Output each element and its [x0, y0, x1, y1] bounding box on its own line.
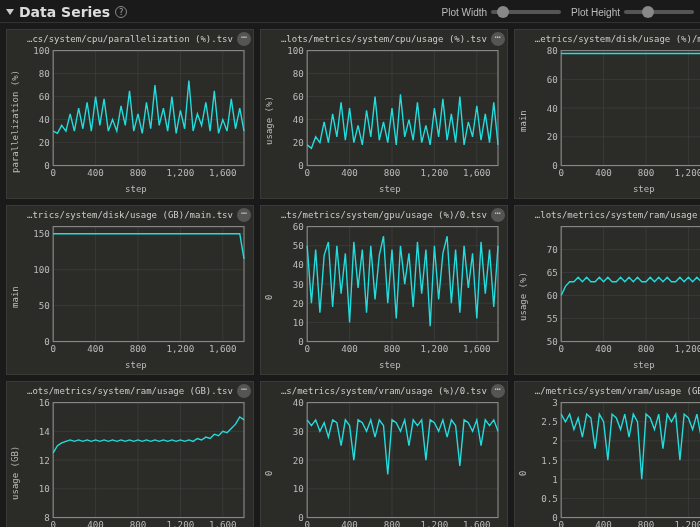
svg-text:100: 100: [33, 264, 50, 275]
chart-svg[interactable]: 04008001,2001,600020406080100: [275, 46, 505, 184]
y-axis-label: usage (%): [263, 46, 275, 196]
help-icon[interactable]: ?: [115, 6, 127, 18]
svg-text:800: 800: [638, 519, 655, 527]
svg-text:0: 0: [44, 160, 50, 171]
svg-text:1,600: 1,600: [209, 167, 237, 178]
chart-title: …cs/system/cpu/parallelization (%).tsv: [9, 34, 251, 46]
x-axis-label: step: [529, 360, 700, 372]
svg-text:3: 3: [552, 398, 558, 408]
svg-text:400: 400: [595, 167, 612, 178]
svg-text:10: 10: [293, 483, 304, 494]
y-axis-label: main: [9, 222, 21, 372]
chart-svg[interactable]: 04008001,2001,600010203040: [275, 398, 505, 527]
svg-text:0: 0: [304, 343, 310, 354]
y-axis-label: main: [517, 46, 529, 196]
svg-text:40: 40: [293, 259, 304, 270]
y-axis-label: 0: [517, 398, 529, 527]
svg-text:55: 55: [546, 313, 557, 324]
data-series-line: [307, 236, 498, 326]
svg-text:40: 40: [39, 114, 50, 125]
svg-text:20: 20: [293, 137, 304, 148]
chart-title: …etrics/system/disk/usage (%)/main.tsv: [517, 34, 700, 46]
y-axis-label: usage (GB): [9, 398, 21, 527]
svg-text:16: 16: [39, 398, 50, 408]
svg-text:1,200: 1,200: [420, 167, 448, 178]
svg-text:1,600: 1,600: [463, 519, 491, 527]
panel-menu-button[interactable]: ⋯: [491, 32, 505, 46]
chart-svg[interactable]: 04008001,2001,6005055606570: [529, 222, 700, 360]
y-axis-label: 0: [263, 222, 275, 372]
svg-text:800: 800: [384, 519, 401, 527]
svg-text:80: 80: [546, 46, 557, 56]
panel-menu-button[interactable]: ⋯: [237, 32, 251, 46]
svg-text:1,200: 1,200: [167, 519, 195, 527]
chart-svg[interactable]: 04008001,2001,60000.511.522.53: [529, 398, 700, 527]
plot-height-label: Plot Height: [571, 7, 620, 18]
chart-title: …lots/metrics/system/cpu/usage (%).tsv: [263, 34, 505, 46]
chart-title: …/metrics/system/vram/usage (GB)/0.tsv: [517, 386, 700, 398]
chart-svg[interactable]: 04008001,2001,600020406080100: [21, 46, 251, 184]
svg-text:70: 70: [546, 244, 557, 255]
collapse-caret-icon[interactable]: [6, 9, 14, 15]
svg-text:60: 60: [293, 222, 304, 232]
svg-text:80: 80: [39, 68, 50, 79]
chart-panel: …s/metrics/system/vram/usage (%)/0.tsv⋯0…: [260, 381, 508, 527]
svg-text:400: 400: [87, 167, 104, 178]
svg-text:20: 20: [293, 298, 304, 309]
plot-height-slider[interactable]: [624, 10, 694, 14]
svg-text:60: 60: [546, 290, 557, 301]
panel-menu-button[interactable]: ⋯: [237, 208, 251, 222]
chart-title: …lots/metrics/system/ram/usage (%).tsv: [517, 210, 700, 222]
svg-text:400: 400: [595, 519, 612, 527]
chart-svg[interactable]: 04008001,2001,600020406080: [529, 46, 700, 184]
svg-text:10: 10: [293, 317, 304, 328]
svg-text:0: 0: [552, 160, 558, 171]
plot-width-slider[interactable]: [491, 10, 561, 14]
data-series-line: [53, 80, 244, 133]
chart-svg[interactable]: 04008001,2001,6000102030405060: [275, 222, 505, 360]
x-axis-label: step: [529, 184, 700, 196]
svg-text:800: 800: [130, 167, 147, 178]
svg-text:20: 20: [293, 454, 304, 465]
svg-text:30: 30: [293, 278, 304, 289]
svg-text:800: 800: [384, 343, 401, 354]
svg-text:40: 40: [293, 398, 304, 408]
svg-text:0: 0: [50, 167, 56, 178]
panel-menu-button[interactable]: ⋯: [237, 384, 251, 398]
svg-text:50: 50: [293, 240, 304, 251]
chart-svg[interactable]: 04008001,2001,600810121416: [21, 398, 251, 527]
svg-text:0: 0: [298, 512, 304, 523]
panel-menu-button[interactable]: ⋯: [491, 384, 505, 398]
svg-text:0: 0: [50, 343, 56, 354]
data-series-line: [307, 94, 498, 148]
svg-text:800: 800: [638, 343, 655, 354]
svg-text:400: 400: [341, 343, 358, 354]
svg-text:400: 400: [341, 519, 358, 527]
y-axis-label: usage (%): [517, 222, 529, 372]
chart-panel: …trics/system/disk/usage (GB)/main.tsv⋯m…: [6, 205, 254, 375]
chart-panel: …etrics/system/disk/usage (%)/main.tsv⋯m…: [514, 29, 700, 199]
svg-text:20: 20: [39, 137, 50, 148]
svg-text:1,600: 1,600: [209, 519, 237, 527]
y-axis-label: 0: [263, 398, 275, 527]
svg-text:80: 80: [293, 68, 304, 79]
svg-text:800: 800: [638, 167, 655, 178]
svg-text:0: 0: [304, 167, 310, 178]
panel-menu-button[interactable]: ⋯: [491, 208, 505, 222]
svg-text:100: 100: [33, 46, 50, 56]
chart-panel: …cs/system/cpu/parallelization (%).tsv⋯p…: [6, 29, 254, 199]
chart-panel: …lots/metrics/system/cpu/usage (%).tsv⋯u…: [260, 29, 508, 199]
svg-text:40: 40: [546, 103, 557, 114]
svg-text:1,600: 1,600: [209, 343, 237, 354]
svg-text:1,200: 1,200: [674, 167, 700, 178]
x-axis-label: step: [275, 184, 505, 196]
svg-text:1,200: 1,200: [420, 343, 448, 354]
chart-panel: …/metrics/system/vram/usage (GB)/0.tsv⋯0…: [514, 381, 700, 527]
x-axis-label: step: [275, 360, 505, 372]
svg-text:800: 800: [130, 519, 147, 527]
svg-text:60: 60: [546, 74, 557, 85]
chart-svg[interactable]: 04008001,2001,600050100150: [21, 222, 251, 360]
svg-rect-45: [307, 51, 498, 166]
svg-text:400: 400: [87, 519, 104, 527]
y-axis-label: parallelization (%): [9, 46, 21, 196]
